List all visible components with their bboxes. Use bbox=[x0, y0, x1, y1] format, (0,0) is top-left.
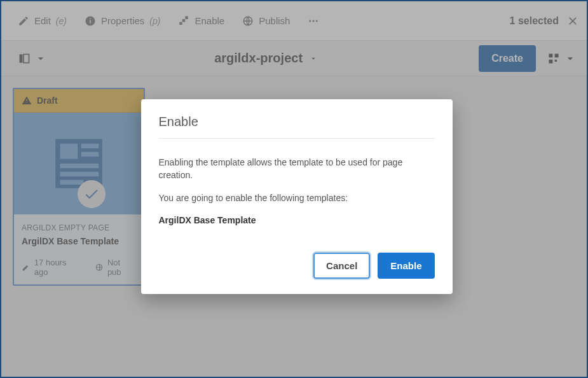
dialog-line2: You are going to enable the following te… bbox=[159, 192, 435, 205]
confirm-enable-button[interactable]: Enable bbox=[378, 253, 434, 279]
dialog-line1: Enabling the template allows the templat… bbox=[159, 157, 435, 181]
enable-dialog: Enable Enabling the template allows the … bbox=[141, 99, 453, 293]
dialog-title: Enable bbox=[159, 115, 435, 139]
modal-overlay: Enable Enabling the template allows the … bbox=[1, 1, 587, 377]
cancel-button[interactable]: Cancel bbox=[313, 253, 370, 279]
dialog-template-name: ArgilDX Base Template bbox=[159, 214, 435, 227]
